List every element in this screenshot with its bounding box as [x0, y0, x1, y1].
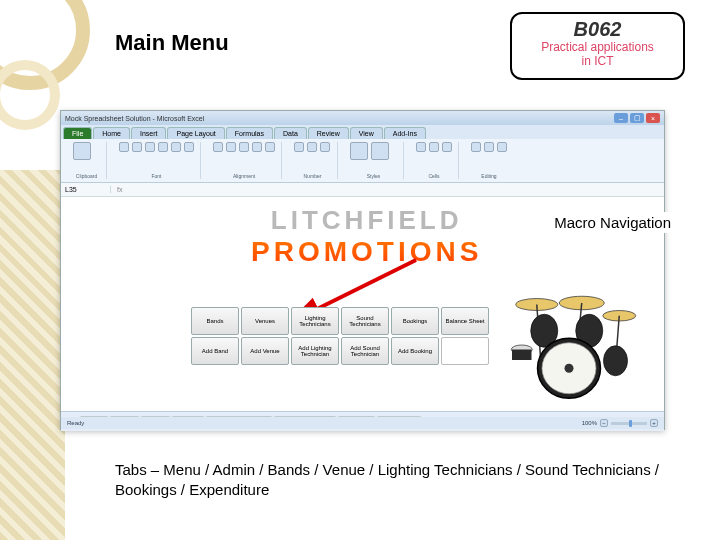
tab-addins[interactable]: Add-Ins	[384, 127, 426, 139]
close-button[interactable]: ×	[646, 113, 660, 123]
ribbon-group-number: Number	[288, 142, 338, 179]
window-titlebar: Mock Spreadsheet Solution - Microsoft Ex…	[61, 111, 664, 125]
macro-add-venue[interactable]: Add Venue	[241, 337, 289, 365]
paste-icon[interactable]	[73, 142, 91, 160]
zoom-slider[interactable]	[611, 422, 647, 425]
ribbon-group-alignment: Alignment	[207, 142, 282, 179]
tab-review[interactable]: Review	[308, 127, 349, 139]
slide-stripe-pattern	[0, 170, 65, 540]
logo-line1: LITCHFIELD	[251, 205, 482, 236]
macro-balance-sheet[interactable]: Balance Sheet	[441, 307, 489, 335]
zoom-value: 100%	[582, 420, 597, 426]
svg-line-0	[311, 260, 416, 312]
formula-bar: L35 fx	[61, 183, 664, 197]
tab-insert[interactable]: Insert	[131, 127, 167, 139]
svg-point-13	[565, 364, 574, 373]
tab-page-layout[interactable]: Page Layout	[167, 127, 224, 139]
macro-bookings[interactable]: Bookings	[391, 307, 439, 335]
ribbon-group-clipboard: Clipboard	[67, 142, 107, 179]
badge-line2: in ICT	[520, 55, 675, 69]
slide-caption: Tabs – Menu / Admin / Bands / Venue / Li…	[115, 460, 670, 499]
name-box[interactable]: L35	[61, 186, 111, 193]
macro-add-sound-tech[interactable]: Add Sound Technician	[341, 337, 389, 365]
badge-line1: Practical applications	[520, 41, 675, 55]
course-badge: B062 Practical applications in ICT	[510, 12, 685, 80]
fx-icon[interactable]: fx	[111, 186, 128, 193]
tab-home[interactable]: Home	[93, 127, 130, 139]
badge-code: B062	[520, 18, 675, 41]
tab-file[interactable]: File	[63, 127, 92, 139]
ribbon-group-editing: Editing	[465, 142, 513, 179]
ribbon-group-styles: Styles	[344, 142, 404, 179]
macro-add-band[interactable]: Add Band	[191, 337, 239, 365]
window-title: Mock Spreadsheet Solution - Microsoft Ex…	[65, 115, 204, 122]
status-bar: Ready 100% − +	[61, 417, 664, 429]
ribbon: Clipboard Font Alignment Number Styles C…	[61, 139, 664, 183]
ribbon-tabs: File Home Insert Page Layout Formulas Da…	[61, 125, 664, 139]
macro-add-lighting-tech[interactable]: Add Lighting Technician	[291, 337, 339, 365]
zoom-in-button[interactable]: +	[650, 419, 658, 427]
maximize-button[interactable]: ▢	[630, 113, 644, 123]
macro-sound-tech[interactable]: Sound Technicians	[341, 307, 389, 335]
empty-cell	[441, 337, 489, 365]
macro-lighting-tech[interactable]: Lighting Technicians	[291, 307, 339, 335]
minimize-button[interactable]: –	[614, 113, 628, 123]
ribbon-group-font: Font	[113, 142, 201, 179]
svg-point-14	[604, 346, 628, 376]
zoom-out-button[interactable]: −	[600, 419, 608, 427]
drum-kit-image	[493, 282, 648, 402]
status-ready: Ready	[67, 420, 84, 426]
macro-button-grid: Bands Venues Lighting Technicians Sound …	[191, 307, 489, 365]
tab-view[interactable]: View	[350, 127, 383, 139]
macro-venues[interactable]: Venues	[241, 307, 289, 335]
svg-rect-10	[512, 350, 532, 361]
callout-macro-navigation: Macro Navigation	[550, 212, 675, 233]
slide-title: Main Menu	[115, 30, 229, 56]
excel-window: Mock Spreadsheet Solution - Microsoft Ex…	[60, 110, 665, 430]
tab-data[interactable]: Data	[274, 127, 307, 139]
ribbon-group-cells: Cells	[410, 142, 459, 179]
tab-formulas[interactable]: Formulas	[226, 127, 273, 139]
macro-add-booking[interactable]: Add Booking	[391, 337, 439, 365]
macro-bands[interactable]: Bands	[191, 307, 239, 335]
zoom-control[interactable]: 100% − +	[582, 419, 658, 427]
